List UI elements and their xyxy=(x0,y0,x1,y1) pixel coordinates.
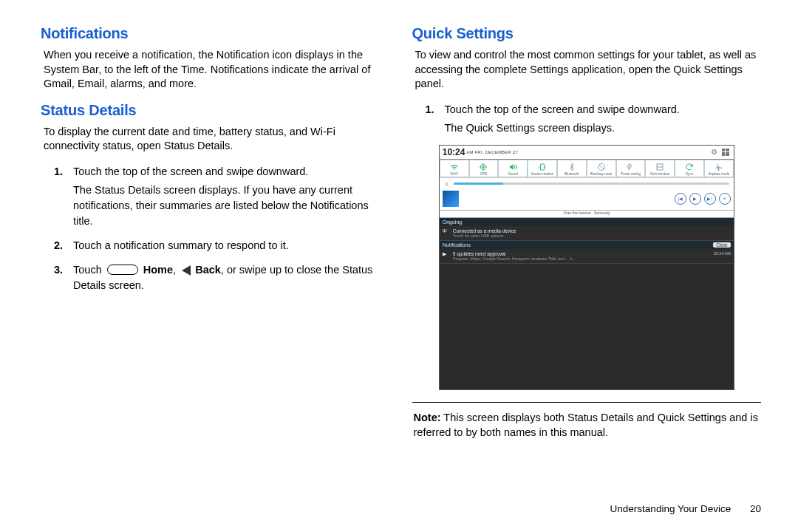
status-bar: 10:24 AM FRI, DECEMBER 27 ⚙ xyxy=(440,146,734,160)
multi-icon xyxy=(646,162,674,172)
sync-icon xyxy=(675,162,703,172)
heading-status-details: Status Details xyxy=(41,102,390,119)
clear-button: Clear xyxy=(713,242,731,248)
note-text: Note: This screen displays both Status D… xyxy=(412,410,762,440)
home-label: Home xyxy=(143,264,173,276)
step-text: Touch the top of the screen and swipe do… xyxy=(73,166,308,177)
back-label: Back xyxy=(195,264,221,276)
ongoing-subtitle: Touch for other USB options. xyxy=(453,233,730,238)
qs-tile-label: Bluetooth xyxy=(558,172,586,176)
ongoing-media-row: Ψ Connected as a media device Touch for … xyxy=(440,226,734,241)
step-subtext: The Status Details screen displays. If y… xyxy=(73,183,390,229)
play-icon: ▶ xyxy=(689,193,701,205)
qs-tile-label: GPS xyxy=(470,172,498,176)
qs-tile-airplane-mode: Airplane mode xyxy=(704,160,734,177)
gps-icon xyxy=(470,162,498,172)
clock-ampm: AM xyxy=(466,150,473,154)
qs-tile-multi-window: Multi window xyxy=(645,160,675,177)
power-icon xyxy=(617,162,645,172)
footer-page-number: 20 xyxy=(750,503,761,514)
para-status-details: To display the current date and time, ba… xyxy=(41,125,390,154)
step-1: 1. Touch the top of the screen and swipe… xyxy=(54,164,390,229)
sound-icon xyxy=(499,162,527,172)
text-fragment: , xyxy=(173,264,179,276)
notification-time: 10:14 AM xyxy=(714,251,731,256)
step-number: 2. xyxy=(54,238,66,253)
heading-quick-settings: Quick Settings xyxy=(412,25,762,42)
next-icon: ▶| xyxy=(704,193,716,205)
ongoing-title: Connected as a media device xyxy=(453,228,516,233)
step-text: Touch Home, Back, or swipe up to close t… xyxy=(73,262,390,293)
notifications-header-label: Notifications xyxy=(443,242,471,248)
step-number: 3. xyxy=(54,262,66,293)
qs-tile-bluetooth: Bluetooth xyxy=(557,160,587,177)
rot-icon xyxy=(528,162,556,172)
home-icon xyxy=(107,265,138,275)
svg-rect-2 xyxy=(541,164,545,170)
step-1: 1. Touch the top of the screen and swipe… xyxy=(426,102,762,136)
notifications-header: Notifications Clear xyxy=(440,241,734,249)
air-icon xyxy=(705,162,733,172)
qs-tile-label: Wi-Fi xyxy=(440,172,468,176)
qs-tile-wi-fi: Wi-Fi xyxy=(440,160,469,177)
step-3: 3. Touch Home, Back, or swipe up to clos… xyxy=(54,262,390,293)
svg-line-4 xyxy=(599,165,604,169)
qs-tile-sound: Sound xyxy=(498,160,528,177)
block-icon xyxy=(587,162,615,172)
wifi-icon xyxy=(440,162,468,172)
ongoing-header: Ongoing xyxy=(440,218,734,226)
qs-tile-label: Power saving xyxy=(617,172,645,176)
grid-icon xyxy=(722,149,729,156)
close-icon: ✕ xyxy=(719,193,731,205)
step-number: 1. xyxy=(54,164,66,229)
qs-tile-gps: GPS xyxy=(469,160,499,177)
brightness-icon: ☼ xyxy=(444,180,449,187)
qs-tile-label: Airplane mode xyxy=(705,172,733,176)
para-notifications: When you receive a notification, the Not… xyxy=(41,48,390,92)
step-number: 1. xyxy=(426,102,437,136)
text-fragment: Touch xyxy=(73,264,105,276)
qs-tile-sync: Sync xyxy=(675,160,704,177)
clock-date: FRI, DECEMBER 27 xyxy=(474,150,518,154)
bt-icon xyxy=(558,162,586,172)
qs-tile-screen-rotation: Screen rotation xyxy=(528,160,557,177)
svg-point-0 xyxy=(482,166,485,168)
quick-settings-screenshot: 10:24 AM FRI, DECEMBER 27 ⚙ Wi-FiGPSSoun… xyxy=(439,145,734,390)
status-steps-list: 1. Touch the top of the screen and swipe… xyxy=(41,164,390,293)
qs-tile-power-saving: Power saving xyxy=(616,160,646,177)
qs-tile-label: Blocking mode xyxy=(587,172,615,176)
note-label: Note: xyxy=(414,412,441,423)
gear-icon: ⚙ xyxy=(711,148,717,156)
step-text: Touch the top of the screen and swipe do… xyxy=(445,103,680,115)
page-footer: Understanding Your Device 20 xyxy=(610,503,761,514)
para-quick-settings: To view and control the most common sett… xyxy=(412,48,762,92)
qs-tile-label: Multi window xyxy=(646,172,674,176)
qs-tile-blocking-mode: Blocking mode xyxy=(587,160,616,177)
qs-tile-label: Screen rotation xyxy=(528,172,556,176)
notification-title: 5 updates need approval xyxy=(453,251,506,256)
screenshot-empty-area xyxy=(440,264,734,389)
media-track-title: Over the horizon - Samsung xyxy=(440,211,734,218)
footer-section: Understanding Your Device xyxy=(610,503,732,514)
qs-tile-label: Sound xyxy=(499,172,527,176)
clock-time: 10:24 xyxy=(443,147,466,157)
divider xyxy=(412,402,762,403)
step-subtext: The Quick Settings screen displays. xyxy=(445,120,762,136)
step-text: Touch a notification summary to respond … xyxy=(73,238,390,253)
step-2: 2. Touch a notification summary to respo… xyxy=(54,238,390,253)
notification-subtitle: Dropbox, Maps, Google Search, Hangouts (… xyxy=(453,256,730,261)
quick-settings-tiles: Wi-FiGPSSoundScreen rotationBluetoothBlo… xyxy=(440,160,734,177)
heading-notifications: Notifications xyxy=(41,25,390,42)
brightness-row: ☼ xyxy=(440,177,734,189)
qs-tile-label: Sync xyxy=(675,172,703,176)
back-icon xyxy=(182,265,191,276)
album-art xyxy=(443,191,459,207)
media-player-row: |◀ ▶ ▶| ✕ xyxy=(440,189,734,211)
note-body: This screen displays both Status Details… xyxy=(414,412,758,438)
notification-updates-row: ▶ 5 updates need approval 10:14 AM Dropb… xyxy=(440,249,734,264)
prev-icon: |◀ xyxy=(675,193,686,205)
play-store-icon: ▶ xyxy=(443,251,446,257)
quick-steps-list: 1. Touch the top of the screen and swipe… xyxy=(412,102,762,136)
usb-icon: Ψ xyxy=(443,228,447,233)
brightness-slider xyxy=(454,183,729,185)
